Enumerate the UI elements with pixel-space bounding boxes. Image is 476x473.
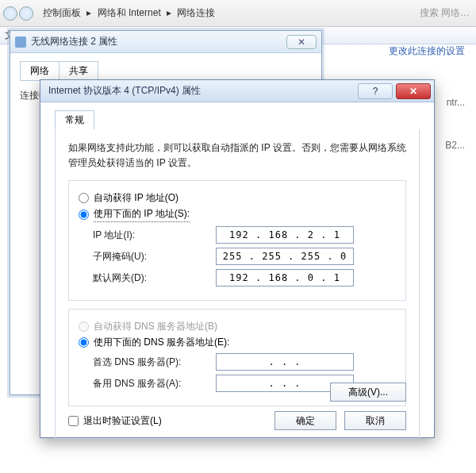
tab-network[interactable]: 网络 — [20, 61, 60, 80]
radio-auto-ip[interactable] — [79, 193, 89, 203]
chevron-right-icon: ▸ — [167, 7, 171, 18]
radio-manual-ip-label: 使用下面的 IP 地址(S): — [94, 207, 190, 222]
window-titlebar[interactable]: Internet 协议版本 4 (TCP/IPv4) 属性 ? ✕ — [40, 80, 434, 102]
tab-share[interactable]: 共享 — [59, 61, 98, 80]
chevron-right-icon: ▸ — [86, 7, 91, 18]
alternate-dns-label: 备用 DNS 服务器(A): — [93, 377, 216, 390]
bg-text-ntr: ntr... — [447, 97, 465, 108]
validate-on-exit-label: 退出时验证设置(L) — [83, 414, 162, 428]
tabs: 网络 共享 — [20, 61, 312, 81]
validate-on-exit-checkbox[interactable] — [68, 416, 79, 426]
subnet-mask-input[interactable]: 255 . 255 . 255 . 0 — [216, 248, 354, 265]
ip-address-label: IP 地址(I): — [93, 229, 216, 242]
breadcrumb-part[interactable]: 控制面板 — [43, 7, 81, 18]
radio-manual-dns-label: 使用下面的 DNS 服务器地址(E): — [94, 336, 229, 349]
window-titlebar[interactable]: 无线网络连接 2 属性 ✕ — [10, 31, 321, 53]
nav-fwd-icon[interactable] — [19, 6, 33, 21]
preferred-dns-label: 首选 DNS 服务器(P): — [93, 356, 216, 369]
cancel-button[interactable]: 取消 — [344, 411, 406, 430]
ok-button[interactable]: 确定 — [274, 411, 336, 430]
close-button[interactable]: ✕ — [396, 83, 431, 99]
ip-address-input[interactable]: 192 . 168 . 2 . 1 — [216, 226, 354, 244]
window-title: Internet 协议版本 4 (TCP/IPv4) 属性 — [48, 84, 358, 98]
bg-text-b2: B2... — [445, 140, 465, 151]
nav-back-icon[interactable] — [3, 6, 17, 21]
general-panel: 如果网络支持此功能，则可以获取自动指派的 IP 设置。否则，您需要从网络系统管理… — [55, 129, 420, 439]
close-button[interactable]: ✕ — [286, 35, 317, 49]
explorer-topbar: 控制面板 ▸ 网络和 Internet ▸ 网络连接 搜索 网络… — [0, 0, 476, 27]
help-button[interactable]: ? — [358, 83, 393, 99]
ipv4-properties-window: Internet 协议版本 4 (TCP/IPv4) 属性 ? ✕ 常规 如果网… — [40, 79, 435, 438]
breadcrumb[interactable]: 控制面板 ▸ 网络和 Internet ▸ 网络连接 — [41, 6, 217, 20]
radio-auto-dns-label: 自动获得 DNS 服务器地址(B) — [94, 320, 217, 333]
description-text: 如果网络支持此功能，则可以获取自动指派的 IP 设置。否则，您需要从网络系统管理… — [68, 140, 406, 171]
change-connection-link[interactable]: 更改此连接的设置 — [389, 44, 465, 58]
tabs: 常规 — [55, 110, 420, 129]
radio-auto-dns — [79, 321, 89, 332]
default-gateway-label: 默认网关(D): — [93, 271, 216, 285]
tab-general[interactable]: 常规 — [55, 110, 94, 129]
radio-manual-dns[interactable] — [79, 337, 89, 348]
breadcrumb-part[interactable]: 网络连接 — [177, 7, 215, 18]
advanced-button[interactable]: 高级(V)... — [330, 383, 406, 402]
radio-manual-ip[interactable] — [79, 210, 89, 220]
breadcrumb-part[interactable]: 网络和 Internet — [98, 7, 161, 18]
preferred-dns-input[interactable]: . . . — [216, 353, 354, 371]
adapter-icon — [15, 37, 26, 48]
radio-auto-ip-label: 自动获得 IP 地址(O) — [94, 191, 178, 205]
ip-group: 自动获得 IP 地址(O) 使用下面的 IP 地址(S): IP 地址(I): … — [68, 180, 406, 301]
subnet-mask-label: 子网掩码(U): — [93, 250, 216, 263]
window-title: 无线网络连接 2 属性 — [31, 35, 286, 48]
default-gateway-input[interactable]: 192 . 168 . 0 . 1 — [216, 269, 354, 286]
search-placeholder[interactable]: 搜索 网络… — [420, 6, 470, 20]
